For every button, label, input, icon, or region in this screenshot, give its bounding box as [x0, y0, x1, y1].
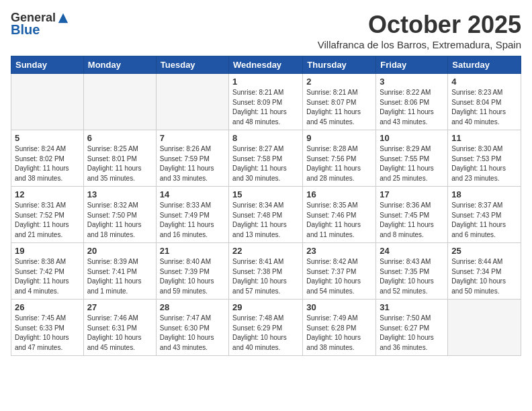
day-number: 19: [15, 246, 80, 256]
calendar-cell: 21Sunrise: 8:40 AM Sunset: 7:39 PM Dayli…: [156, 243, 228, 300]
day-number: 7: [160, 133, 225, 143]
weekday-header-row: SundayMondayTuesdayWednesdayThursdayFrid…: [11, 56, 521, 74]
day-info: Sunrise: 8:32 AM Sunset: 7:50 PM Dayligh…: [87, 201, 152, 240]
calendar-cell: 30Sunrise: 7:49 AM Sunset: 6:28 PM Dayli…: [303, 300, 376, 356]
day-number: 14: [160, 189, 225, 199]
day-info: Sunrise: 7:45 AM Sunset: 6:33 PM Dayligh…: [15, 314, 80, 353]
weekday-header-saturday: Saturday: [448, 56, 521, 74]
day-number: 24: [380, 246, 444, 256]
calendar-week-row: 26Sunrise: 7:45 AM Sunset: 6:33 PM Dayli…: [11, 300, 521, 356]
page-header: General Blue October 2025 Villafranca de…: [11, 11, 521, 50]
calendar-cell: 23Sunrise: 8:42 AM Sunset: 7:37 PM Dayli…: [303, 243, 376, 300]
calendar-week-row: 19Sunrise: 8:38 AM Sunset: 7:42 PM Dayli…: [11, 243, 521, 300]
calendar-cell: 2Sunrise: 8:21 AM Sunset: 8:07 PM Daylig…: [303, 74, 376, 130]
weekday-header-friday: Friday: [376, 56, 448, 74]
day-info: Sunrise: 7:48 AM Sunset: 6:29 PM Dayligh…: [232, 314, 299, 353]
day-number: 27: [87, 302, 152, 312]
day-info: Sunrise: 8:23 AM Sunset: 8:04 PM Dayligh…: [451, 88, 517, 127]
day-number: 12: [15, 189, 80, 199]
logo-icon: [57, 12, 69, 24]
day-info: Sunrise: 8:22 AM Sunset: 8:06 PM Dayligh…: [380, 88, 444, 127]
calendar-cell: 9Sunrise: 8:28 AM Sunset: 7:56 PM Daylig…: [303, 130, 376, 187]
day-number: 30: [306, 302, 372, 312]
day-number: 2: [306, 77, 372, 87]
day-info: Sunrise: 8:44 AM Sunset: 7:34 PM Dayligh…: [451, 257, 517, 296]
day-info: Sunrise: 8:31 AM Sunset: 7:52 PM Dayligh…: [15, 201, 80, 240]
calendar-cell: 17Sunrise: 8:36 AM Sunset: 7:45 PM Dayli…: [376, 187, 448, 243]
weekday-header-thursday: Thursday: [303, 56, 376, 74]
weekday-header-wednesday: Wednesday: [229, 56, 303, 74]
calendar-cell: 24Sunrise: 8:43 AM Sunset: 7:35 PM Dayli…: [376, 243, 448, 300]
calendar-cell: [156, 74, 228, 130]
day-number: 13: [87, 189, 152, 199]
day-number: 5: [15, 133, 80, 143]
day-info: Sunrise: 7:46 AM Sunset: 6:31 PM Dayligh…: [87, 314, 152, 353]
day-info: Sunrise: 8:29 AM Sunset: 7:55 PM Dayligh…: [380, 144, 444, 183]
calendar-cell: 8Sunrise: 8:27 AM Sunset: 7:58 PM Daylig…: [229, 130, 303, 187]
day-info: Sunrise: 8:21 AM Sunset: 8:09 PM Dayligh…: [232, 88, 299, 127]
calendar-week-row: 5Sunrise: 8:24 AM Sunset: 8:02 PM Daylig…: [11, 130, 521, 187]
day-number: 8: [232, 133, 299, 143]
day-info: Sunrise: 8:34 AM Sunset: 7:48 PM Dayligh…: [232, 201, 299, 240]
calendar-cell: 5Sunrise: 8:24 AM Sunset: 8:02 PM Daylig…: [11, 130, 84, 187]
calendar-cell: 1Sunrise: 8:21 AM Sunset: 8:09 PM Daylig…: [229, 74, 303, 130]
day-number: 4: [451, 77, 517, 87]
calendar-cell: [448, 300, 521, 356]
day-number: 26: [15, 302, 80, 312]
weekday-header-monday: Monday: [83, 56, 156, 74]
calendar-cell: 31Sunrise: 7:50 AM Sunset: 6:27 PM Dayli…: [376, 300, 448, 356]
calendar-week-row: 1Sunrise: 8:21 AM Sunset: 8:09 PM Daylig…: [11, 74, 521, 130]
location: Villafranca de los Barros, Extremadura, …: [318, 39, 521, 50]
calendar-cell: 11Sunrise: 8:30 AM Sunset: 7:53 PM Dayli…: [448, 130, 521, 187]
day-number: 22: [232, 246, 299, 256]
day-number: 20: [87, 246, 152, 256]
calendar-cell: 12Sunrise: 8:31 AM Sunset: 7:52 PM Dayli…: [11, 187, 84, 243]
day-info: Sunrise: 8:25 AM Sunset: 8:01 PM Dayligh…: [87, 144, 152, 183]
day-number: 10: [380, 133, 444, 143]
day-number: 16: [306, 189, 372, 199]
calendar-cell: 14Sunrise: 8:33 AM Sunset: 7:49 PM Dayli…: [156, 187, 228, 243]
day-info: Sunrise: 8:38 AM Sunset: 7:42 PM Dayligh…: [15, 257, 80, 296]
calendar-table: SundayMondayTuesdayWednesdayThursdayFrid…: [11, 56, 521, 356]
svg-marker-0: [58, 13, 68, 22]
day-number: 11: [451, 133, 517, 143]
calendar-cell: 25Sunrise: 8:44 AM Sunset: 7:34 PM Dayli…: [448, 243, 521, 300]
day-info: Sunrise: 8:35 AM Sunset: 7:46 PM Dayligh…: [306, 201, 372, 240]
day-number: 18: [451, 189, 517, 199]
day-info: Sunrise: 7:49 AM Sunset: 6:28 PM Dayligh…: [306, 314, 372, 353]
day-info: Sunrise: 8:26 AM Sunset: 7:59 PM Dayligh…: [160, 144, 225, 183]
weekday-header-sunday: Sunday: [11, 56, 84, 74]
title-section: October 2025 Villafranca de los Barros, …: [318, 11, 521, 50]
day-info: Sunrise: 8:36 AM Sunset: 7:45 PM Dayligh…: [380, 201, 444, 240]
day-number: 29: [232, 302, 299, 312]
calendar-cell: 29Sunrise: 7:48 AM Sunset: 6:29 PM Dayli…: [229, 300, 303, 356]
day-number: 31: [380, 302, 444, 312]
calendar-cell: 22Sunrise: 8:41 AM Sunset: 7:38 PM Dayli…: [229, 243, 303, 300]
weekday-header-tuesday: Tuesday: [156, 56, 228, 74]
calendar-cell: 15Sunrise: 8:34 AM Sunset: 7:48 PM Dayli…: [229, 187, 303, 243]
day-number: 3: [380, 77, 444, 87]
day-info: Sunrise: 8:27 AM Sunset: 7:58 PM Dayligh…: [232, 144, 299, 183]
day-info: Sunrise: 8:41 AM Sunset: 7:38 PM Dayligh…: [232, 257, 299, 296]
calendar-week-row: 12Sunrise: 8:31 AM Sunset: 7:52 PM Dayli…: [11, 187, 521, 243]
day-number: 21: [160, 246, 225, 256]
day-info: Sunrise: 7:50 AM Sunset: 6:27 PM Dayligh…: [380, 314, 444, 353]
calendar-cell: 4Sunrise: 8:23 AM Sunset: 8:04 PM Daylig…: [448, 74, 521, 130]
day-info: Sunrise: 8:43 AM Sunset: 7:35 PM Dayligh…: [380, 257, 444, 296]
calendar-cell: 18Sunrise: 8:37 AM Sunset: 7:43 PM Dayli…: [448, 187, 521, 243]
calendar-cell: 28Sunrise: 7:47 AM Sunset: 6:30 PM Dayli…: [156, 300, 228, 356]
calendar-cell: 26Sunrise: 7:45 AM Sunset: 6:33 PM Dayli…: [11, 300, 84, 356]
calendar-cell: [11, 74, 84, 130]
calendar-cell: 6Sunrise: 8:25 AM Sunset: 8:01 PM Daylig…: [83, 130, 156, 187]
calendar-cell: 10Sunrise: 8:29 AM Sunset: 7:55 PM Dayli…: [376, 130, 448, 187]
day-info: Sunrise: 7:47 AM Sunset: 6:30 PM Dayligh…: [160, 314, 225, 353]
day-info: Sunrise: 8:42 AM Sunset: 7:37 PM Dayligh…: [306, 257, 372, 296]
day-number: 9: [306, 133, 372, 143]
day-number: 1: [232, 77, 299, 87]
day-number: 25: [451, 246, 517, 256]
calendar-cell: 13Sunrise: 8:32 AM Sunset: 7:50 PM Dayli…: [83, 187, 156, 243]
day-info: Sunrise: 8:28 AM Sunset: 7:56 PM Dayligh…: [306, 144, 372, 183]
calendar-cell: 20Sunrise: 8:39 AM Sunset: 7:41 PM Dayli…: [83, 243, 156, 300]
calendar-cell: 3Sunrise: 8:22 AM Sunset: 8:06 PM Daylig…: [376, 74, 448, 130]
calendar-cell: 16Sunrise: 8:35 AM Sunset: 7:46 PM Dayli…: [303, 187, 376, 243]
